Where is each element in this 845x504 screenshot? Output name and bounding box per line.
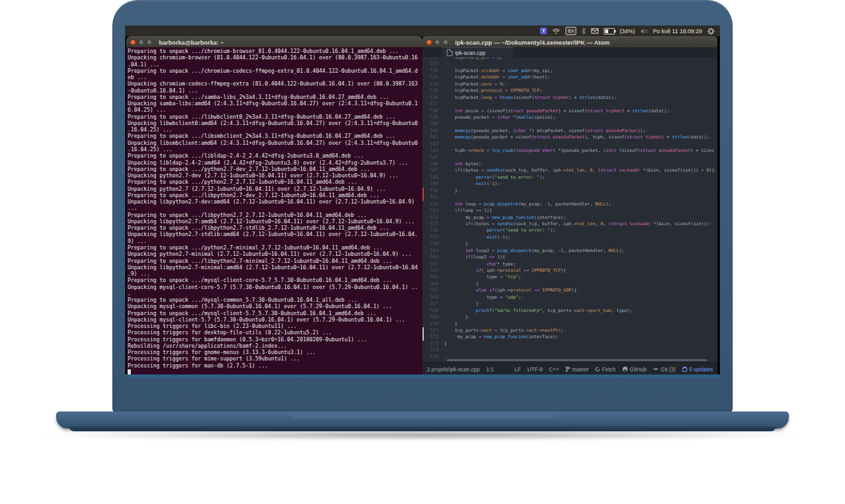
code-line[interactable]: 572·····my_pcap = new_pcap_funcion(inter… — [422, 334, 717, 340]
maximize-button[interactable] — [443, 40, 449, 45]
code-line[interactable]: 571····tcp_ports->act = tcp_ports->act->… — [422, 327, 717, 334]
code-line[interactable]: 553····if(loop == 1){¬ — [422, 207, 717, 214]
code-line[interactable]: 532····tcpPacket.srcAddr = inet_addr(my_… — [422, 68, 717, 74]
close-button[interactable] — [130, 40, 136, 45]
code-line[interactable]: 537¬ — [422, 101, 717, 107]
terminal-output-line: Unpacking libpython2.7-stdlib:amd64 (2.7… — [128, 231, 422, 237]
code-line[interactable]: 567············}¬ — [422, 300, 717, 307]
code-line[interactable]: 559········int loop2 = pcap_dispatch(my_… — [422, 248, 717, 254]
code-line[interactable]: 538····int psize = (sizeof(struct pseudo… — [422, 108, 717, 114]
status-fetch-button[interactable]: Fetch — [595, 366, 615, 373]
atom-titlebar[interactable]: ipk-scan.cpp — ~/Dokumenty/4.semester/IP… — [422, 36, 717, 47]
code-line[interactable]: 540¬ — [422, 121, 717, 127]
code-line[interactable]: 533····tcpPacket.dstAddr = inet_addr(hos… — [422, 74, 717, 80]
clock[interactable]: Po kvě 11 16:09:29 — [653, 28, 702, 34]
code-line[interactable]: 565············else if(iph->protocol == … — [422, 287, 717, 293]
terminal-output-line: Processing triggers for man-db (2.7.5-1)… — [128, 362, 422, 369]
code-line[interactable]: 546····int bytes;¬ — [422, 161, 717, 167]
desktop-screen: T En (34%) Po kvě 11 16:09:29 — [125, 26, 720, 378]
code-line[interactable]: 544····tcph->check = tcp_csum((unsigned … — [422, 147, 717, 154]
code-line[interactable]: 550····}¬ — [422, 188, 717, 194]
terminal-output-line: Unpacking samba-libs:amd64 (2:4.3.11+dfs… — [128, 100, 422, 107]
line-number: 559 — [422, 248, 444, 254]
code-line[interactable]: 545¬ — [422, 154, 717, 161]
code-text: ········int loop2 = pcap_dispatch(my_pca… — [444, 248, 717, 254]
line-number: 544 — [422, 147, 444, 154]
code-line[interactable]: 551¬ — [422, 194, 717, 200]
code-line[interactable]: 557················exit(-1);¬ — [422, 234, 717, 241]
line-number: 572 — [422, 334, 444, 340]
minimize-button[interactable] — [435, 40, 440, 45]
code-line[interactable]: 562············if( iph->protocol == IPPR… — [422, 267, 717, 274]
atom-status-bar: 2.projekt/ipk-scan.cpp 1:1 LF UTF-8 C++ … — [422, 362, 717, 375]
code-line[interactable]: 542····memcpy(pseudo_packet + sizeof(str… — [422, 134, 717, 140]
code-line[interactable]: 548············perror("send to error: ")… — [422, 174, 717, 181]
terminal-output[interactable]: Preparing to unpack .../chromium-browser… — [126, 47, 422, 375]
status-grammar[interactable]: C++ — [549, 366, 559, 373]
code-line[interactable]: 573}¬ — [422, 341, 717, 347]
terminal-output-line: Unpacking chromium-codecs-ffmpeg-extra (… — [128, 80, 422, 87]
code-line[interactable]: 541····memcpy(pseudo_packet, (char *) &t… — [422, 128, 717, 134]
battery-icon[interactable] — [604, 28, 615, 34]
code-line[interactable]: 566················type = "udp";¬ — [422, 294, 717, 300]
wifi-icon[interactable] — [552, 28, 560, 34]
code-line[interactable]: 539····pseudo_packet = (char *)malloc(ps… — [422, 114, 717, 121]
line-number: 531 — [422, 61, 444, 67]
sync-icon — [595, 367, 600, 372]
tab-ipk-scan-cpp[interactable]: ipk-scan.cpp — [442, 47, 513, 57]
session-gear-icon[interactable] — [707, 27, 715, 35]
code-line[interactable]: 536····tcpPacket.leng = htons(sizeof(str… — [422, 94, 717, 101]
code-line[interactable]: 570····}¬ — [422, 321, 717, 327]
line-number: 564 — [422, 281, 444, 287]
code-line[interactable]: 547····if((bytes = sendto(sock_tcp, buff… — [422, 167, 717, 174]
status-file-path[interactable]: 2.projekt/ipk-scan.cpp — [427, 366, 480, 373]
line-number: 537 — [422, 101, 444, 107]
status-line-ending[interactable]: LF — [514, 366, 521, 373]
close-button[interactable] — [426, 40, 432, 45]
bluetooth-icon[interactable] — [581, 27, 586, 34]
code-line[interactable]: 558········}¬ — [422, 241, 717, 247]
status-git-branch[interactable]: master — [565, 366, 588, 373]
code-line[interactable]: 568············printf("%d/%s filtered\n"… — [422, 308, 717, 314]
status-git-button[interactable]: Git (3) — [653, 366, 676, 373]
cpp-file-icon — [447, 49, 452, 56]
code-editor[interactable]: 530····tcph->urg_ptr = 0;¬531¬532····tcp… — [422, 57, 717, 362]
terminal-titlebar[interactable]: barborka@barborka: ~ — [126, 36, 422, 47]
code-line[interactable]: 554········my_pcap = new_pcap_funcion(in… — [422, 214, 717, 221]
code-line[interactable]: 555········if((bytes = sendto(sock_tcp, … — [422, 221, 717, 227]
atom-window: ipk-scan.cpp — ~/Dokumenty/4.semester/IP… — [422, 36, 717, 375]
terminal-output-line: -0ubuntu0.16.04.1) ... — [128, 87, 422, 94]
keyboard-layout-indicator[interactable]: En — [565, 27, 576, 35]
code-line[interactable]: 560········if(loop2 == 1){¬ — [422, 254, 717, 260]
minimize-button[interactable] — [138, 40, 144, 45]
status-updates-button[interactable]: 5 updates — [682, 366, 713, 373]
terminal-output-line: Preparing to unpack .../libldap-2.4-2_2.… — [128, 152, 422, 159]
volume-muted-icon[interactable] — [640, 28, 648, 34]
updates-icon — [682, 367, 687, 372]
line-number: 565 — [422, 287, 444, 293]
code-line[interactable]: 564············}¬ — [422, 281, 717, 287]
atom-title: ipk-scan.cpp — ~/Dokumenty/4.semester/IP… — [455, 39, 609, 46]
mail-icon[interactable] — [591, 28, 599, 34]
code-line[interactable]: 569········}¬ — [422, 314, 717, 320]
git-gutter-marker — [422, 194, 424, 200]
teams-tray-icon[interactable]: T — [540, 27, 547, 34]
status-encoding[interactable]: UTF-8 — [527, 366, 542, 373]
horizontal-scrollbar[interactable] — [447, 359, 707, 361]
code-line[interactable]: 535····tcpPacket.protocol = IPPROTO_TCP;… — [422, 87, 717, 94]
terminal-output-line: 9) ... — [128, 238, 422, 244]
code-line[interactable]: 531¬ — [422, 61, 717, 67]
maximize-button[interactable] — [147, 40, 153, 45]
code-line[interactable]: 549············exit(-1);¬ — [422, 181, 717, 187]
code-line[interactable]: 552····int loop = pcap_dispatch(my_pcap,… — [422, 201, 717, 207]
code-line[interactable]: 563················type = "tcp";¬ — [422, 274, 717, 280]
code-text: ¬ — [444, 61, 717, 67]
code-line[interactable]: 574¬ — [422, 347, 717, 353]
code-line[interactable]: 534····tcpPacket.zero = 0;¬ — [422, 81, 717, 87]
code-line[interactable]: 561················char* type;¬ — [422, 261, 717, 267]
status-github-button[interactable]: GitHub — [622, 366, 647, 373]
status-cursor-position[interactable]: 1:1 — [486, 366, 494, 373]
code-line[interactable]: 543¬ — [422, 141, 717, 147]
terminal-title: barborka@barborka: ~ — [159, 39, 224, 46]
code-line[interactable]: 556················perror("send to error… — [422, 227, 717, 233]
